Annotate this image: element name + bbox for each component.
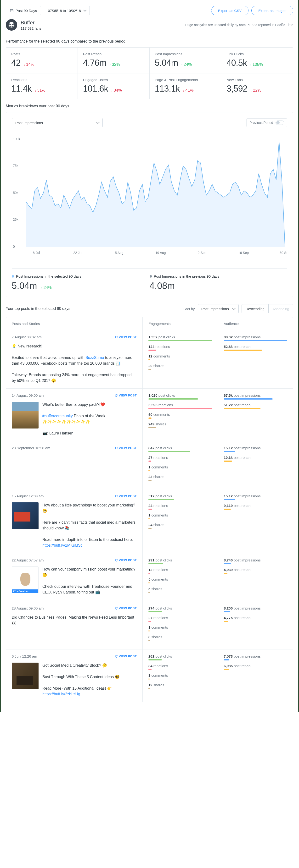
stat-item: 15.1k post impressions <box>224 446 288 452</box>
refresh-icon <box>115 495 118 498</box>
stat-item: 4,039 post reach <box>224 568 288 574</box>
stat-item: 50 comments <box>148 412 212 419</box>
sort-metric-value: Post Impressions <box>201 307 229 311</box>
stat-item: 8,740 post impressions <box>224 558 288 564</box>
metric-cell: Page & Post Engagements 113.1k ↓ 41% <box>150 73 221 99</box>
metric-cell: Posts 42 ↓ 14% <box>6 48 78 73</box>
breakdown-metric-select[interactable]: Post Impressions <box>12 118 103 127</box>
metric-value: 40.5k <box>226 58 247 68</box>
stat-item: 34 reactions <box>148 664 212 670</box>
metric-value: 42 <box>11 58 21 68</box>
stat-item: 262 post clicks <box>148 654 212 660</box>
metric-value: 11.4k <box>11 84 32 94</box>
stat-item: 1 comments <box>148 465 212 471</box>
sort-ascending-button[interactable]: Ascending <box>269 304 293 313</box>
previous-period-toggle-container: Previous Period <box>246 118 287 127</box>
post-timestamp: 6 July 12:26 am <box>12 654 37 658</box>
metric-cell: Post Impressions 5.04m ↑ 24% <box>150 48 221 73</box>
metric-label: New Fans <box>226 78 288 82</box>
svg-text:100k: 100k <box>13 137 20 141</box>
footer-selected-value: 5.04m <box>12 281 37 291</box>
performance-section-title: Performance for the selected 90 days com… <box>1 34 298 48</box>
date-range-picker-button[interactable]: 07/05/18 to 10/02/18 <box>44 6 90 15</box>
stat-item: 1 comments <box>148 513 212 519</box>
stat-item: 51.2k post reach <box>224 403 288 409</box>
export-csv-button[interactable]: Export as CSV <box>211 6 248 15</box>
metric-cell: Post Reach 4.76m ↑ 32% <box>78 48 150 73</box>
refresh-icon <box>115 655 118 658</box>
footer-selected-label: Post Impressions in the selected 90 days <box>16 274 81 278</box>
account-name: Buffer <box>21 20 42 26</box>
metric-label: Post Reach <box>83 52 144 56</box>
footer-previous-label: Post Impressions in the previous 90 days <box>154 274 219 278</box>
stat-item: 1 comments <box>148 625 212 631</box>
metric-cell: New Fans 3,592 ↓ 22% <box>221 73 293 99</box>
refresh-icon <box>115 336 118 339</box>
view-post-button[interactable]: VIEW POST <box>115 394 137 397</box>
stat-item: 8 shares <box>148 635 212 641</box>
view-post-button[interactable]: VIEW POST <box>115 607 137 610</box>
stat-item: 12 shares <box>148 683 212 689</box>
metric-delta: ↓ 31% <box>35 88 46 93</box>
post-row: 15 August 12:09 am VIEW POST How about a… <box>6 489 293 553</box>
post-thumbnail <box>12 662 38 689</box>
buffer-logo-icon <box>8 21 15 28</box>
stat-item: 249 shares <box>148 422 212 428</box>
svg-text:22 Jul: 22 Jul <box>73 251 82 255</box>
post-row: 22 August 07:57 am VIEW POST How can you… <box>6 553 293 601</box>
svg-text:5 Aug: 5 Aug <box>115 251 124 255</box>
stat-item: 27 reactions <box>148 456 212 462</box>
col-posts-header: Posts and Stories <box>6 317 142 330</box>
view-post-button[interactable]: VIEW POST <box>115 446 137 450</box>
breakdown-line-chart: 025k50k75k100k8 Jul22 Jul5 Aug19 Aug2 Se… <box>12 137 287 256</box>
post-row: 28 September 10:30 am VIEW POST 847 post… <box>6 441 293 489</box>
sort-descending-button[interactable]: Descending <box>242 304 269 313</box>
metric-label: Reactions <box>11 78 72 82</box>
metric-delta: ↑ 24% <box>181 62 192 67</box>
refresh-icon <box>115 559 118 562</box>
date-range-value: 07/05/18 to 10/02/18 <box>48 9 81 13</box>
metric-delta: ↓ 14% <box>24 62 34 67</box>
metric-delta: ↑ 32% <box>109 62 120 67</box>
post-text: How about a little psychology to boost y… <box>43 502 137 548</box>
view-post-button[interactable]: VIEW POST <box>115 654 137 658</box>
post-thumbnail <box>12 402 38 429</box>
stat-item: 20 shares <box>148 364 212 370</box>
post-thumbnail <box>12 566 38 593</box>
svg-text:19 Aug: 19 Aug <box>155 251 166 255</box>
metric-delta: ↓ 41% <box>183 88 194 93</box>
col-engagements-header: Engagements <box>142 317 218 330</box>
metric-cell: Link Clicks 40.5k ↑ 105% <box>221 48 293 73</box>
stat-item: 52.8k post reach <box>224 345 288 351</box>
view-post-button[interactable]: VIEW POST <box>115 494 137 498</box>
svg-text:0: 0 <box>13 245 15 248</box>
metrics-grid: Posts 42 ↓ 14% Post Reach 4.76m ↑ 32% Po… <box>6 48 293 99</box>
view-post-button[interactable]: VIEW POST <box>115 335 137 339</box>
footer-previous-value: 4.08m <box>150 281 288 291</box>
sort-metric-select[interactable]: Post Impressions <box>198 304 239 313</box>
post-timestamp: 28 August 09:00 am <box>12 606 44 610</box>
stat-item: 9,119 post reach <box>224 504 288 510</box>
stat-item: 274 post clicks <box>148 606 212 612</box>
metric-value: 113.1k <box>155 84 180 94</box>
date-range-preset-button[interactable]: Past 90 Days <box>6 6 41 15</box>
post-timestamp: 15 August 12:09 am <box>12 494 44 498</box>
metric-value: 5.04m <box>155 58 178 68</box>
stat-item: 124 reactions <box>148 345 212 351</box>
top-posts-title: Your top posts in the selected 90 days <box>6 307 71 311</box>
stat-item: 1,020 post clicks <box>148 393 212 400</box>
breakdown-metric-value: Post Impressions <box>15 121 43 125</box>
previous-period-toggle[interactable] <box>275 121 284 125</box>
svg-text:50k: 50k <box>13 191 18 195</box>
metric-label: Page & Post Engagements <box>155 78 216 82</box>
view-post-button[interactable]: VIEW POST <box>115 558 137 562</box>
export-images-button[interactable]: Export as Images <box>251 6 293 15</box>
stat-item: 67.5k post impressions <box>224 393 288 400</box>
svg-text:25k: 25k <box>13 218 18 221</box>
stat-item: 847 post clicks <box>148 446 212 452</box>
metric-label: Posts <box>11 52 72 56</box>
post-thumbnail <box>12 502 38 529</box>
post-timestamp: 14 August 09:00 am <box>12 393 44 397</box>
post-row: 14 August 09:00 am VIEW POST What's bett… <box>6 389 293 441</box>
metric-cell: Engaged Users 101.6k ↓ 34% <box>78 73 150 99</box>
